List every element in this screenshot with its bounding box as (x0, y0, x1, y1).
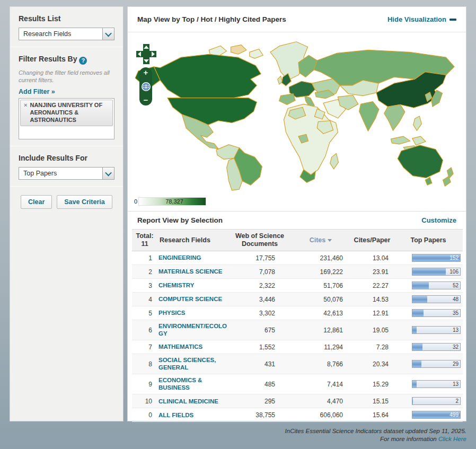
results-list-selected-value: Research Fields (19, 30, 102, 38)
map-legend: 0 78,327 (134, 197, 206, 206)
top-papers-bar-fill (412, 360, 421, 367)
row-wos-documents: 3,302 (228, 306, 291, 320)
results-list-dropdown-button[interactable] (102, 28, 114, 40)
row-cites: 42,613 (291, 306, 350, 320)
research-field-link[interactable]: MATHEMATICS (158, 344, 202, 351)
row-rank: 10 (132, 394, 157, 408)
row-cites-per-paper: 14.53 (350, 293, 394, 306)
research-field-link[interactable]: PHYSICS (158, 310, 186, 317)
top-papers-bar: 152 (412, 254, 461, 262)
table-row: 8 SOCIAL SCIENCES, GENERAL 431 8,766 20.… (132, 354, 463, 374)
top-papers-value: 35 (453, 310, 459, 316)
research-field-link[interactable]: ALL FIELDS (158, 412, 193, 419)
include-results-selected-value: Top Papers (19, 170, 102, 177)
research-field-link[interactable]: CLINICAL MEDICINE (158, 398, 218, 406)
filter-list-box[interactable]: × NANJING UNIVERSITY OF AERONAUTICS & AS… (19, 98, 114, 139)
hide-visualization-link[interactable]: Hide Visualization (387, 15, 456, 23)
report-view-header: Report View by Selection Customize (128, 212, 466, 229)
report-table-header-row: Total: 11 Research Fields Web of Science… (132, 230, 463, 251)
legend-max-value: 78,327 (165, 198, 183, 205)
research-field-link[interactable]: COMPUTER SCIENCE (158, 296, 222, 303)
research-field-link[interactable]: MATERIALS SCIENCE (158, 268, 223, 276)
collapse-icon (449, 19, 456, 21)
world-map[interactable] (131, 34, 464, 193)
help-icon[interactable]: ? (79, 57, 87, 65)
main-panel: Map View by Top / Hot / Highly Cited Pap… (127, 6, 466, 421)
click-here-link[interactable]: Click Here (438, 436, 466, 442)
total-value: 11 (133, 240, 156, 248)
zoom-out-icon[interactable]: − (144, 96, 148, 104)
row-cites-per-paper: 13.04 (350, 251, 394, 265)
save-criteria-button[interactable]: Save Criteria (57, 195, 112, 209)
top-papers-bar-fill (412, 282, 429, 289)
top-papers-value: 499 (449, 412, 459, 418)
map-zoom-control[interactable]: + − (139, 67, 152, 105)
filter-tag-label: NANJING UNIVERSITY OF AERONAUTICS & ASTR… (30, 102, 109, 124)
row-wos-documents: 17,755 (228, 251, 291, 265)
row-cites-per-paper: 12.91 (350, 306, 394, 320)
results-list-select[interactable]: Research Fields (19, 28, 114, 40)
top-papers-bar-fill (412, 344, 422, 350)
results-list-section: Results List Research Fields (10, 7, 123, 47)
column-header-research-fields[interactable]: Research Fields (157, 230, 228, 251)
table-row: 2 MATERIALS SCIENCE 7,078 169,222 23.91 … (132, 265, 463, 279)
globe-icon[interactable] (142, 82, 151, 91)
chevron-down-icon (105, 169, 112, 176)
research-field-link[interactable]: CHEMISTRY (158, 282, 194, 289)
top-papers-bar: 52 (412, 281, 461, 289)
top-papers-value: 152 (449, 255, 459, 261)
row-cites: 12,861 (291, 320, 350, 340)
top-papers-bar-fill (412, 310, 424, 316)
row-rank: 5 (132, 306, 157, 320)
table-row: 10 CLINICAL MEDICINE 295 4,470 15.15 2 (132, 394, 463, 408)
row-wos-documents: 485 (228, 374, 291, 394)
column-header-top-papers[interactable]: Top Papers (394, 230, 463, 251)
column-header-cites-per-paper[interactable]: Cites/Paper (350, 230, 394, 251)
include-results-dropdown-button[interactable] (102, 168, 114, 179)
chevron-down-icon (105, 30, 112, 37)
filter-tag[interactable]: × NANJING UNIVERSITY OF AERONAUTICS & AS… (20, 100, 113, 126)
table-row: 6 ENVIRONMENT/ECOLOGY 675 12,861 19.05 1… (132, 320, 463, 340)
zoom-in-icon[interactable]: + (144, 69, 148, 76)
report-view-title: Report View by Selection (137, 216, 223, 224)
map-pan-control[interactable] (135, 43, 157, 65)
row-cites-per-paper: 15.29 (350, 374, 394, 394)
research-field-link[interactable]: ECONOMICS & BUSINESS (158, 377, 227, 391)
clear-button[interactable]: Clear (21, 195, 52, 209)
research-field-link[interactable]: SOCIAL SCIENCES, GENERAL (158, 357, 227, 371)
top-papers-bar: 29 (412, 360, 461, 368)
row-wos-documents: 2,322 (228, 279, 291, 293)
report-table: Total: 11 Research Fields Web of Science… (132, 229, 463, 422)
table-row: 3 CHEMISTRY 2,322 51,706 22.27 52 (132, 279, 463, 293)
map-area: + − 0 78,327 (128, 32, 466, 212)
row-cites-per-paper: 15.15 (350, 394, 394, 408)
row-wos-documents: 7,078 (228, 265, 291, 279)
table-row: 0 ALL FIELDS 38,755 606,060 15.64 499 (132, 408, 463, 422)
column-header-wos-documents[interactable]: Web of Science Documents (228, 230, 291, 251)
row-cites-per-paper: 7.28 (350, 340, 394, 354)
row-rank: 7 (132, 340, 157, 354)
row-rank: 6 (132, 320, 157, 340)
table-row: 5 PHYSICS 3,302 42,613 12.91 35 (132, 306, 463, 320)
top-papers-value: 29 (453, 361, 459, 367)
top-papers-bar-fill (412, 381, 417, 388)
research-field-link[interactable]: ENGINEERING (158, 254, 201, 262)
total-label: Total: (133, 232, 156, 240)
top-papers-bar: 48 (412, 295, 461, 303)
remove-filter-icon[interactable]: × (24, 102, 27, 124)
row-cites-per-paper: 15.64 (350, 408, 394, 422)
cites-label: Cites (310, 236, 326, 244)
row-wos-documents: 675 (228, 320, 291, 340)
top-papers-value: 52 (453, 283, 459, 288)
add-filter-link[interactable]: Add Filter » (19, 88, 55, 95)
research-field-link[interactable]: ENVIRONMENT/ECOLOGY (158, 323, 227, 337)
more-info-text: For more information (380, 436, 437, 442)
include-results-select[interactable]: Top Papers (19, 167, 114, 180)
row-cites: 4,470 (291, 394, 350, 408)
top-papers-bar-fill (412, 398, 413, 404)
customize-link[interactable]: Customize (421, 216, 456, 224)
top-papers-bar: 106 (412, 268, 461, 276)
dataset-footer: InCites Essential Science Indicators dat… (285, 427, 466, 443)
dataset-updated-text: InCites Essential Science Indicators dat… (285, 427, 466, 435)
column-header-cites[interactable]: Cites (291, 230, 350, 251)
